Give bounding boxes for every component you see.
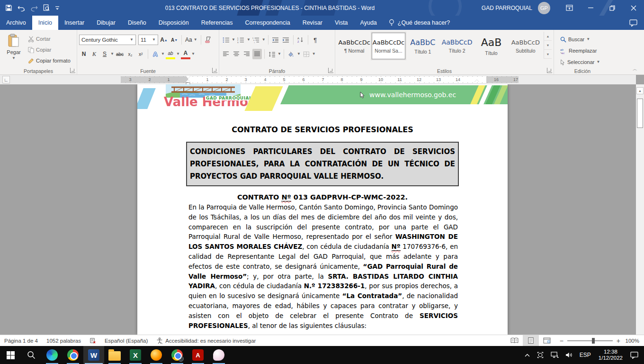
- copy-button[interactable]: Copiar: [27, 45, 72, 55]
- tab-revisar[interactable]: Revisar: [296, 16, 329, 30]
- action-center-button[interactable]: [627, 346, 644, 364]
- paste-button[interactable]: Pegar ▼: [2, 32, 26, 60]
- text-effects-button[interactable]: A: [151, 49, 160, 59]
- document-page[interactable]: Valle Hermoso GAD PARROQUIAL www.vallehe…: [137, 84, 508, 335]
- start-button[interactable]: [0, 346, 21, 364]
- taskbar-edge[interactable]: [42, 346, 63, 364]
- zoom-percentage[interactable]: 100%: [625, 338, 644, 344]
- line-spacing-chevron[interactable]: ▼: [277, 52, 281, 56]
- taskbar-paint[interactable]: [208, 346, 229, 364]
- zoom-slider-thumb[interactable]: [592, 338, 595, 344]
- bullets-button[interactable]: [221, 35, 231, 45]
- clear-formatting-button[interactable]: [204, 35, 213, 45]
- hanging-indent-marker[interactable]: [186, 80, 190, 82]
- style-normal[interactable]: AaBbCcDc ¶ Normal: [338, 33, 371, 59]
- tab-ayuda[interactable]: Ayuda: [354, 16, 383, 30]
- line-spacing-button[interactable]: [267, 49, 277, 59]
- strikethrough-button[interactable]: abc: [115, 49, 125, 59]
- show-marks-button[interactable]: ¶: [311, 35, 320, 45]
- tray-volume-icon[interactable]: [562, 346, 576, 364]
- shrink-font-button[interactable]: A▼: [170, 35, 179, 45]
- taskbar-chrome-profile[interactable]: [167, 346, 188, 364]
- tray-language[interactable]: ESP: [576, 346, 594, 364]
- ribbon-display-options-button[interactable]: [559, 0, 580, 16]
- taskbar-excel[interactable]: X: [125, 346, 146, 364]
- dialog-launcher-parrafo[interactable]: [328, 68, 333, 73]
- styles-scroll-up-button[interactable]: ▲: [544, 32, 552, 41]
- multilevel-list-button[interactable]: 1ai: [251, 35, 261, 45]
- tab-archivo[interactable]: Archivo: [0, 16, 32, 30]
- borders-chevron[interactable]: ▼: [312, 52, 316, 56]
- style-titulo-1[interactable]: AaBbC Título 1: [406, 33, 439, 59]
- tab-disposicion[interactable]: Disposición: [152, 16, 195, 30]
- subscript-button[interactable]: x₂: [125, 49, 135, 59]
- sort-button[interactable]: AZ: [296, 35, 305, 45]
- web-layout-button[interactable]: [539, 335, 555, 346]
- tab-correspondencia[interactable]: Correspondencia: [239, 16, 296, 30]
- close-button[interactable]: [623, 0, 644, 16]
- replace-button[interactable]: abac Reemplazar: [559, 46, 601, 55]
- tab-stop-selector[interactable]: ∟: [2, 76, 10, 83]
- read-mode-button[interactable]: [507, 335, 523, 346]
- tell-me-box[interactable]: ¿Qué desea hacer?: [383, 16, 456, 30]
- minimize-button[interactable]: [580, 0, 601, 16]
- select-button[interactable]: Seleccionar▼: [559, 57, 601, 67]
- grow-font-button[interactable]: A▲: [159, 35, 169, 45]
- zoom-out-button[interactable]: −: [560, 337, 564, 345]
- numbering-button[interactable]: 123: [236, 35, 246, 45]
- shading-chevron[interactable]: ▼: [297, 52, 301, 56]
- undo-button[interactable]: [18, 5, 26, 11]
- styles-scroll-down-button[interactable]: ▼: [544, 41, 552, 50]
- accessibility-status[interactable]: Accesibilidad: es necesario investigar: [152, 335, 260, 346]
- zoom-in-button[interactable]: +: [617, 337, 620, 345]
- shading-button[interactable]: [286, 49, 296, 59]
- tray-network-icon[interactable]: [547, 346, 562, 364]
- tab-vista[interactable]: Vista: [329, 16, 354, 30]
- right-indent-marker[interactable]: [474, 80, 479, 82]
- format-painter-button[interactable]: Copiar formato: [27, 56, 72, 65]
- dialog-launcher-estilos[interactable]: [547, 68, 552, 73]
- tray-onedrive-icon[interactable]: [533, 346, 547, 364]
- find-button[interactable]: Buscar▼: [559, 35, 601, 44]
- taskbar-acrobat[interactable]: A: [188, 346, 208, 364]
- style-subtitulo[interactable]: AaBbCcD Subtítulo: [509, 33, 542, 59]
- taskbar-firefox[interactable]: [146, 346, 167, 364]
- style-titulo-2[interactable]: AaBbCcD Título 2: [440, 33, 474, 59]
- tray-show-hidden-icons[interactable]: [521, 346, 533, 364]
- tab-referencias[interactable]: Referencias: [195, 16, 239, 30]
- bold-button[interactable]: N: [79, 49, 89, 59]
- change-case-button[interactable]: Aa▼: [184, 35, 198, 45]
- account-avatar[interactable]: GP: [538, 2, 550, 14]
- italic-button[interactable]: K: [89, 49, 99, 59]
- redo-button[interactable]: [31, 5, 38, 11]
- customize-qat-button[interactable]: [55, 6, 60, 10]
- borders-button[interactable]: [302, 49, 311, 59]
- align-center-button[interactable]: [232, 49, 241, 59]
- tab-diseno[interactable]: Diseño: [122, 16, 152, 30]
- align-left-button[interactable]: [221, 49, 231, 59]
- cut-button[interactable]: Cortar: [27, 34, 72, 44]
- styles-more-button[interactable]: ▼: [544, 50, 552, 59]
- feedback-comment-icon[interactable]: [629, 19, 637, 27]
- numbering-chevron[interactable]: ▼: [247, 38, 250, 42]
- taskbar-search-button[interactable]: [21, 346, 42, 364]
- tab-dibujar[interactable]: Dibujar: [90, 16, 122, 30]
- increase-indent-button[interactable]: [281, 35, 291, 45]
- print-preview-button[interactable]: [43, 4, 50, 11]
- multilevel-chevron[interactable]: ▼: [262, 38, 266, 42]
- zoom-slider[interactable]: [567, 340, 613, 341]
- document-canvas[interactable]: Valle Hermoso GAD PARROQUIAL www.vallehe…: [0, 84, 644, 335]
- account-name[interactable]: GAD PARROQUIAL: [482, 5, 532, 11]
- font-family-combo[interactable]: Century Gothic▼: [79, 35, 136, 45]
- underline-button[interactable]: S: [100, 49, 109, 59]
- taskbar-chrome[interactable]: [63, 346, 83, 364]
- save-icon[interactable]: [5, 4, 12, 11]
- taskbar-word[interactable]: W: [83, 346, 104, 364]
- scroll-up-button[interactable]: ▲: [636, 87, 644, 94]
- font-color-button[interactable]: A: [181, 49, 190, 59]
- taskbar-file-explorer[interactable]: [104, 346, 125, 364]
- tray-clock[interactable]: 12:38 1/12/2022: [594, 349, 627, 361]
- highlight-color-button[interactable]: ab: [166, 49, 175, 59]
- tab-insertar[interactable]: Insertar: [58, 16, 90, 30]
- vertical-scrollbar[interactable]: ▲: [636, 84, 644, 335]
